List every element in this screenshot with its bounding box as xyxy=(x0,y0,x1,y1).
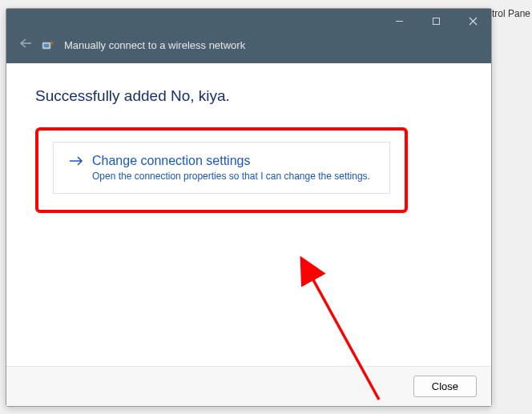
titlebar: Manually connect to a wireless network xyxy=(6,9,491,63)
arrow-right-icon xyxy=(68,154,84,171)
close-button[interactable]: Close xyxy=(413,376,477,397)
change-connection-settings-option[interactable]: Change connection settings Open the conn… xyxy=(53,142,390,194)
option-title: Change connection settings xyxy=(92,154,370,168)
option-description: Open the connection properties so that I… xyxy=(92,171,370,182)
back-arrow-icon[interactable] xyxy=(19,38,32,52)
footer: Close xyxy=(6,366,491,406)
wizard-window: Manually connect to a wireless network S… xyxy=(6,8,492,407)
window-title: Manually connect to a wireless network xyxy=(64,39,245,51)
minimize-button[interactable] xyxy=(381,9,417,33)
close-window-button[interactable] xyxy=(454,9,491,33)
title-row: Manually connect to a wireless network xyxy=(6,38,491,52)
window-controls xyxy=(381,9,491,33)
maximize-button[interactable] xyxy=(417,9,454,33)
svg-rect-1 xyxy=(433,18,439,24)
annotation-highlight-box: Change connection settings Open the conn… xyxy=(35,127,408,213)
svg-rect-5 xyxy=(44,44,50,48)
success-heading: Successfully added No, kiya. xyxy=(35,87,462,105)
content-area: Successfully added No, kiya. Change conn… xyxy=(6,63,491,366)
background-text: ntrol Pane xyxy=(486,8,530,19)
wireless-wizard-icon xyxy=(42,38,54,51)
